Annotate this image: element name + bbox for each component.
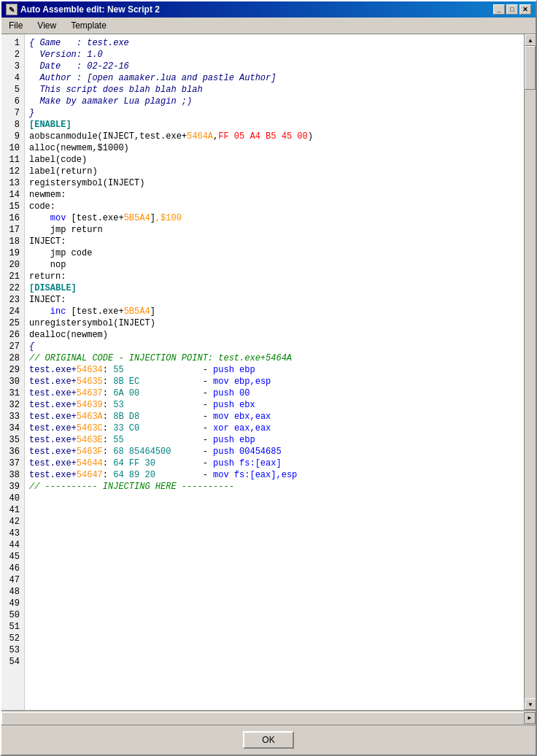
code-line: } (29, 107, 519, 119)
title-bar: ✎ Auto Assemble edit: New Script 2 _ □ ✕ (1, 1, 536, 18)
code-line: unregistersymbol(INJECT) (29, 317, 519, 329)
code-line: test.exe+54635: 8B EC - mov ebp,esp (29, 376, 519, 387)
title-bar-left: ✎ Auto Assemble edit: New Script 2 (6, 4, 160, 15)
minimize-button[interactable]: _ (493, 4, 505, 15)
line-number: 51 (6, 621, 20, 633)
line-number: 8 (6, 119, 20, 131)
line-number: 33 (6, 411, 20, 423)
scroll-right-button[interactable]: ▶ (524, 712, 536, 724)
code-line: Author : [open aamaker.lua and pastle Au… (29, 72, 519, 84)
line-number: 20 (6, 259, 20, 271)
line-numbers: 1234567891011121314151617181920212223242… (1, 34, 25, 710)
line-number: 7 (6, 107, 20, 119)
line-number: 30 (6, 376, 20, 387)
line-number: 12 (6, 166, 20, 177)
line-number: 26 (6, 329, 20, 341)
line-number: 21 (6, 271, 20, 282)
line-number: 5 (6, 84, 20, 96)
code-line: registersymbol(INJECT) (29, 177, 519, 189)
code-area[interactable]: { Game : test.exe Version: 1.0 Date : 02… (25, 34, 524, 710)
line-number: 18 (6, 236, 20, 247)
code-line: test.exe+54637: 6A 00 - push 00 (29, 387, 519, 399)
line-number: 52 (6, 633, 20, 644)
scroll-down-button[interactable]: ▼ (525, 698, 536, 710)
line-number: 45 (6, 551, 20, 563)
line-number: 1 (6, 37, 20, 49)
line-number: 2 (6, 49, 20, 61)
code-line: mov [test.exe+5B5A4],$100 (29, 212, 519, 224)
line-number: 11 (6, 154, 20, 166)
code-line: label(return) (29, 166, 519, 177)
line-number: 35 (6, 434, 20, 446)
line-number: 17 (6, 224, 20, 236)
line-number: 44 (6, 539, 20, 551)
title-buttons: _ □ ✕ (493, 4, 531, 15)
menu-view[interactable]: View (33, 19, 61, 32)
line-number: 22 (6, 282, 20, 294)
line-number: 25 (6, 317, 20, 329)
code-line: test.exe+5463E: 55 - push ebp (29, 434, 519, 446)
menu-file[interactable]: File (4, 19, 27, 32)
line-number: 50 (6, 609, 20, 621)
line-number: 24 (6, 306, 20, 317)
line-number: 46 (6, 563, 20, 574)
code-line: { Game : test.exe (29, 37, 519, 49)
code-line: INJECT: (29, 236, 519, 247)
code-line: INJECT: (29, 294, 519, 306)
line-number: 53 (6, 644, 20, 656)
line-number: 27 (6, 341, 20, 352)
line-number: 42 (6, 516, 20, 528)
code-line: Make by aamaker Lua plagin ;) (29, 96, 519, 107)
line-number: 31 (6, 387, 20, 399)
code-line: jmp code (29, 247, 519, 259)
code-line: alloc(newmem,$1000) (29, 142, 519, 154)
scroll-up-button[interactable]: ▲ (525, 34, 536, 46)
line-number: 47 (6, 574, 20, 586)
code-line: return: (29, 271, 519, 282)
scroll-track[interactable] (525, 46, 536, 698)
code-line: inc [test.exe+5B5A4] (29, 306, 519, 317)
window-icon: ✎ (6, 4, 18, 15)
line-number: 48 (6, 586, 20, 598)
window-title: Auto Assemble edit: New Script 2 (20, 4, 160, 15)
line-number: 41 (6, 504, 20, 516)
line-number: 13 (6, 177, 20, 189)
line-number: 38 (6, 469, 20, 481)
code-line: test.exe+5463C: 33 C0 - xor eax,eax (29, 423, 519, 434)
line-number: 23 (6, 294, 20, 306)
close-button[interactable]: ✕ (519, 4, 531, 15)
ok-button[interactable]: OK (243, 731, 294, 749)
line-number: 10 (6, 142, 20, 154)
code-line: Version: 1.0 (29, 49, 519, 61)
line-number: 3 (6, 61, 20, 72)
code-line: test.exe+54634: 55 - push ebp (29, 364, 519, 376)
scrollbar-vertical[interactable]: ▲ ▼ (524, 34, 536, 710)
code-line: // ---------- INJECTING HERE ---------- (29, 481, 519, 493)
line-number: 32 (6, 399, 20, 411)
main-window: ✎ Auto Assemble edit: New Script 2 _ □ ✕… (0, 0, 537, 756)
code-line: dealloc(newmem) (29, 329, 519, 341)
line-number: 28 (6, 352, 20, 364)
menu-template[interactable]: Template (66, 19, 111, 32)
editor-container: 1234567891011121314151617181920212223242… (1, 34, 536, 710)
code-line: This script does blah blah blah (29, 84, 519, 96)
code-line: aobscanmodule(INJECT,test.exe+5464A,FF 0… (29, 131, 519, 142)
code-line: [DISABLE] (29, 282, 519, 294)
menu-bar: File View Template (1, 18, 536, 34)
code-line: // ORIGINAL CODE - INJECTION POINT: test… (29, 352, 519, 364)
line-number: 36 (6, 446, 20, 458)
maximize-button[interactable]: □ (506, 4, 518, 15)
line-number: 15 (6, 201, 20, 212)
line-number: 6 (6, 96, 20, 107)
scroll-thumb[interactable] (525, 46, 536, 90)
line-number: 29 (6, 364, 20, 376)
code-line: nop (29, 259, 519, 271)
line-number: 16 (6, 212, 20, 224)
line-number: 54 (6, 656, 20, 668)
line-number: 40 (6, 493, 20, 504)
line-number: 49 (6, 598, 20, 609)
code-line: test.exe+5463A: 8B D8 - mov ebx,eax (29, 411, 519, 423)
line-number: 4 (6, 72, 20, 84)
line-number: 37 (6, 458, 20, 469)
code-line: [ENABLE] (29, 119, 519, 131)
